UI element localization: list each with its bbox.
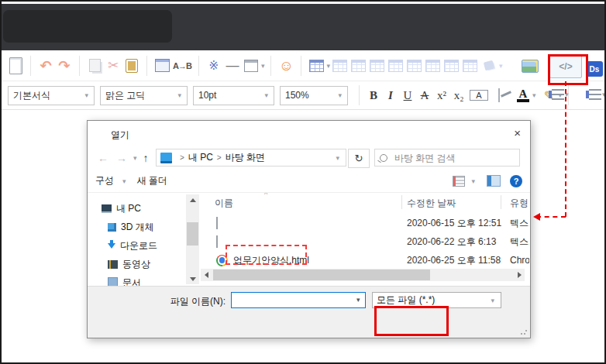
table-header-icon[interactable]: [407, 54, 422, 77]
horizontal-line-icon[interactable]: —: [225, 54, 240, 77]
scroll-right-icon[interactable]: [514, 269, 525, 281]
tree-scrollbar[interactable]: [186, 194, 199, 284]
breadcrumb-my-pc[interactable]: 내 PC: [188, 151, 213, 164]
font-family-value: 맑은 고딕: [105, 89, 145, 102]
font-color-button[interactable]: A: [517, 88, 529, 102]
file-type: Chrom: [510, 255, 529, 266]
cut-icon[interactable]: ✂: [105, 54, 121, 77]
sidebar-item-3d-objects[interactable]: 3D 개체: [108, 219, 186, 235]
insert-col-icon[interactable]: [351, 54, 367, 77]
file-row[interactable]: 2020-06-22 오후 6:13 텍스트: [201, 233, 529, 250]
col-width-icon[interactable]: [444, 54, 460, 77]
bold-button[interactable]: B: [367, 89, 380, 102]
recent-locations-icon[interactable]: ▾: [133, 154, 137, 162]
toolbar-separator: [359, 85, 360, 105]
details-view-icon: [453, 176, 465, 187]
new-folder-button[interactable]: 새 폴더: [137, 174, 167, 187]
table-icon[interactable]: [308, 54, 324, 77]
paste-icon[interactable]: [124, 54, 139, 77]
view-mode-button[interactable]: ▾: [453, 176, 477, 187]
sidebar-item-documents[interactable]: 문서: [108, 275, 186, 286]
ordered-list-button[interactable]: ▾: [547, 89, 570, 100]
ds-icon[interactable]: Ds: [586, 57, 603, 81]
chevron-down-icon[interactable]: ▾: [261, 62, 265, 70]
dialog-titlebar[interactable]: 열기 ×: [88, 121, 530, 146]
chevron-down-icon[interactable]: ▾: [532, 91, 536, 99]
split-cells-icon[interactable]: [388, 54, 404, 77]
organize-button[interactable]: 구성: [95, 174, 114, 187]
file-row-html-form[interactable]: 업무기안양식.html 2020-06-25 오후 11:58 Chrom: [201, 252, 529, 269]
table-border-icon[interactable]: [425, 54, 441, 77]
column-header-type[interactable]: 유형: [510, 197, 529, 210]
sidebar-item-videos[interactable]: 동영상: [108, 256, 186, 272]
scrollbar-thumb[interactable]: [213, 270, 430, 280]
quick-form-icon[interactable]: [154, 54, 170, 77]
paragraph-style-select[interactable]: 기본서식 ▾: [8, 86, 95, 105]
column-divider[interactable]: [401, 195, 402, 209]
superscript-button[interactable]: x²: [436, 89, 448, 102]
search-box[interactable]: [374, 149, 520, 167]
chrome-file-icon: [216, 255, 228, 266]
special-char-icon[interactable]: ※: [206, 54, 222, 77]
file-name-input[interactable]: [231, 292, 366, 308]
help-icon[interactable]: ?: [510, 175, 522, 187]
desktop-icon: [160, 153, 172, 163]
char-style-button[interactable]: A: [470, 90, 488, 101]
date-insert-icon[interactable]: [243, 54, 259, 77]
column-header-name[interactable]: 이름: [215, 197, 233, 210]
fill-color-icon[interactable]: [481, 54, 497, 77]
remove-format-icon[interactable]: [493, 89, 505, 102]
chevron-down-icon[interactable]: ▾: [499, 62, 503, 70]
column-header-modified[interactable]: 수정한 날짜: [407, 197, 456, 210]
sidebar-item-downloads[interactable]: 다운로드: [108, 238, 186, 253]
font-size-select[interactable]: 10pt ▾: [193, 86, 274, 105]
html-source-icon[interactable]: </>: [549, 54, 582, 78]
copy-shape: [89, 59, 101, 72]
scrollbar-thumb[interactable]: [187, 222, 198, 246]
zoom-select[interactable]: 150% ▾: [280, 86, 348, 105]
new-document-icon[interactable]: [8, 54, 23, 77]
chevron-down-icon[interactable]: ▾: [326, 62, 330, 70]
forward-icon[interactable]: →: [116, 152, 127, 164]
undo-icon[interactable]: ↶: [38, 54, 53, 77]
sidebar-item-my-pc[interactable]: 내 PC: [102, 201, 186, 216]
hanja-convert-icon[interactable]: A→B: [173, 54, 191, 77]
scroll-down-icon[interactable]: [186, 273, 199, 284]
column-divider[interactable]: [501, 195, 501, 209]
preview-pane-icon[interactable]: [487, 175, 501, 187]
merge-cells-icon[interactable]: [370, 54, 385, 77]
font-family-select[interactable]: 맑은 고딕 ▾: [100, 86, 188, 105]
refresh-button[interactable]: ↻: [348, 149, 370, 168]
scroll-left-icon[interactable]: [201, 269, 212, 281]
file-type-select[interactable]: 모든 파일 (*.*) ▾: [372, 292, 501, 308]
copy-icon[interactable]: [87, 54, 102, 77]
grid-shape: [370, 60, 384, 72]
file-row[interactable]: 2020-06-15 오후 12:51 텍스트: [201, 215, 529, 232]
address-dropdown-icon[interactable]: ▾: [336, 154, 339, 162]
insert-row-icon[interactable]: [332, 54, 348, 77]
italic-button[interactable]: I: [384, 89, 397, 102]
screenshot-root: ↶ ↷ ✂ A→B ※ — ▾ ☺ ▾ ▾ </> Ds 기: [0, 0, 606, 364]
file-modified: 2020-06-25 오후 11:58: [407, 254, 501, 267]
bucket-shape: [484, 60, 494, 71]
list-scrollbar[interactable]: [201, 269, 525, 281]
breadcrumb-desktop[interactable]: 바탕 화면: [226, 151, 265, 164]
emoticon-icon[interactable]: ☺: [278, 54, 294, 77]
scroll-up-icon[interactable]: [186, 194, 199, 205]
image-icon[interactable]: [522, 54, 539, 77]
file-name-dropdown-icon[interactable]: ▾: [356, 296, 360, 304]
bullet-list-button[interactable]: ▾: [584, 89, 606, 100]
cell-bg-icon[interactable]: [463, 54, 478, 77]
back-icon[interactable]: ←: [98, 152, 108, 164]
up-icon[interactable]: ↑: [143, 152, 149, 164]
underline-button[interactable]: U: [401, 89, 414, 102]
resize-grip[interactable]: [520, 328, 528, 335]
grid-shape: [332, 60, 347, 72]
search-input[interactable]: [393, 152, 515, 164]
subscript-button[interactable]: x₂: [453, 89, 465, 102]
redo-icon[interactable]: ↷: [57, 54, 72, 77]
toolbar-separator: [30, 56, 31, 76]
strikethrough-button[interactable]: A: [418, 89, 431, 102]
address-bar[interactable]: > 내 PC > 바탕 화면 ▾: [156, 149, 346, 167]
close-icon[interactable]: ×: [514, 126, 521, 139]
